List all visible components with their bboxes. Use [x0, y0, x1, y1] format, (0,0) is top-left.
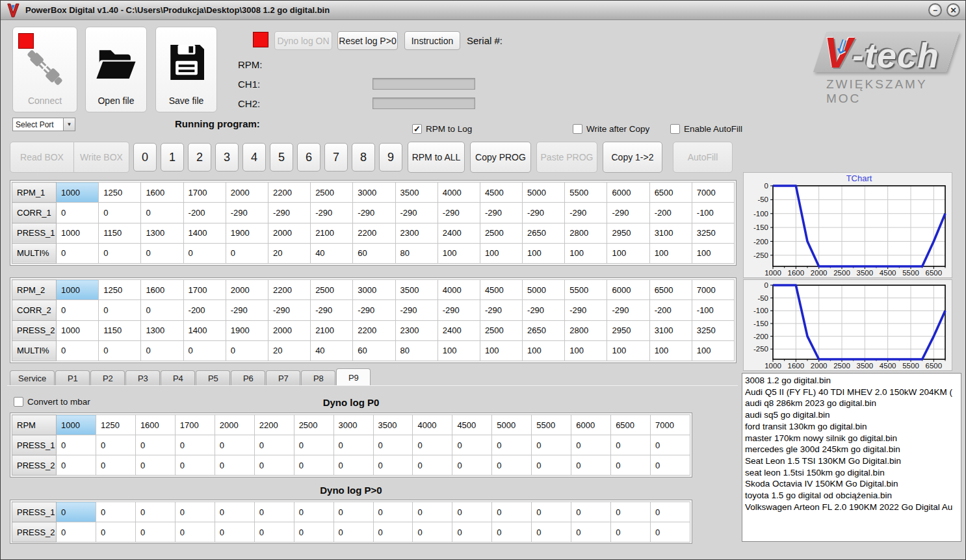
table-cell[interactable]: 0	[294, 502, 333, 522]
table-cell[interactable]: 4000	[437, 183, 480, 203]
table-cell[interactable]: 100	[649, 340, 692, 361]
table-cell[interactable]: 0	[175, 502, 215, 522]
table-cell[interactable]: 7000	[651, 415, 690, 435]
enable-autofill-checkbox[interactable]: Enable AutoFill	[670, 124, 742, 134]
table-cell[interactable]: 0	[571, 502, 611, 522]
table-cell[interactable]: 2500	[311, 280, 353, 300]
table-cell[interactable]: 2000	[226, 183, 268, 203]
table-cell[interactable]: -290	[437, 300, 480, 320]
table-cell[interactable]: 7000	[692, 280, 734, 300]
table-cell[interactable]: 4000	[437, 280, 480, 300]
table-cell[interactable]: 3000	[353, 280, 395, 300]
table-cell[interactable]: 0	[413, 435, 452, 455]
table-cell[interactable]: 2500	[311, 183, 353, 203]
table-cell[interactable]: -290	[437, 203, 480, 223]
table-cell[interactable]: 2800	[565, 320, 607, 340]
table-cell[interactable]: 0	[294, 522, 333, 542]
table-cell[interactable]: 1250	[96, 415, 135, 435]
table-cell[interactable]: 2500	[480, 223, 522, 243]
table-cell[interactable]: -290	[311, 203, 353, 223]
table-cell[interactable]: 1250	[99, 183, 141, 203]
table-cell[interactable]: 0	[254, 435, 294, 455]
table-cell[interactable]: 3500	[395, 183, 437, 203]
table-cell[interactable]: 0	[135, 522, 175, 542]
table-cell[interactable]: 1900	[226, 320, 268, 340]
table-cell[interactable]: 6000	[571, 415, 611, 435]
digit-button-9[interactable]: 9	[379, 143, 402, 172]
table-cell[interactable]: 100	[480, 243, 522, 263]
table-cell[interactable]: 100	[649, 243, 692, 263]
table-cell[interactable]: -100	[692, 203, 734, 223]
table-cell[interactable]: 5000	[523, 280, 565, 300]
table-cell[interactable]: 0	[254, 455, 294, 476]
table-cell[interactable]: 80	[395, 243, 437, 263]
table-cell[interactable]: -100	[692, 300, 734, 320]
table-cell[interactable]: 1700	[183, 280, 226, 300]
connect-button[interactable]: Connect	[12, 27, 77, 112]
table-cell[interactable]: 1300	[141, 223, 183, 243]
table-cell[interactable]: 1000	[57, 280, 99, 300]
rpm-to-all-button[interactable]: RPM to ALL	[408, 142, 465, 173]
table-cell[interactable]: 60	[353, 243, 395, 263]
table-cell[interactable]: 2200	[254, 415, 294, 435]
tab-p6[interactable]: P6	[231, 370, 265, 386]
table-cell[interactable]: 1900	[226, 223, 268, 243]
table-cell[interactable]: 100	[565, 340, 607, 361]
table-cell[interactable]: 2000	[268, 320, 310, 340]
rpm-to-log-checkbox[interactable]: ✓ RPM to Log	[412, 124, 472, 134]
table-cell[interactable]: 0	[651, 455, 690, 476]
autofill-button[interactable]: AutoFill	[673, 142, 733, 173]
table-cell[interactable]: 0	[183, 243, 226, 263]
table-cell[interactable]: 4500	[480, 183, 522, 203]
select-port-dropdown[interactable]: Select Port ▼	[12, 118, 75, 131]
table-cell[interactable]: 0	[175, 522, 215, 542]
table-cell[interactable]: 0	[373, 435, 413, 455]
table-cell[interactable]: 1000	[57, 320, 99, 340]
table-cell[interactable]: 100	[565, 243, 607, 263]
table-cell[interactable]: 0	[215, 435, 254, 455]
digit-button-7[interactable]: 7	[324, 143, 348, 172]
table-cell[interactable]: 0	[226, 340, 268, 361]
table-cell[interactable]: 40	[311, 243, 353, 263]
table-cell[interactable]: 100	[523, 243, 565, 263]
table-cell[interactable]: 0	[373, 502, 413, 522]
close-button[interactable]: ✕	[946, 3, 960, 17]
table-cell[interactable]: 0	[532, 455, 571, 476]
table-cell[interactable]: 0	[57, 522, 96, 542]
table-cell[interactable]: 1400	[183, 320, 226, 340]
table-cell[interactable]: 1150	[99, 223, 141, 243]
table-cell[interactable]: 5500	[565, 183, 607, 203]
file-list-item[interactable]: master 170km nowy silnik go digital.bin	[742, 433, 961, 444]
open-file-button[interactable]: Open file	[85, 27, 147, 112]
digit-button-4[interactable]: 4	[242, 143, 266, 172]
table-cell[interactable]: 2100	[311, 320, 353, 340]
digit-button-3[interactable]: 3	[215, 143, 239, 172]
table-cell[interactable]: 6500	[611, 415, 651, 435]
tab-p7[interactable]: P7	[266, 370, 300, 386]
table-cell[interactable]: 100	[692, 340, 734, 361]
tab-p5[interactable]: P5	[196, 370, 230, 386]
table-cell[interactable]: 1000	[57, 183, 99, 203]
table-cell[interactable]: -290	[311, 300, 353, 320]
table-cell[interactable]: 5000	[523, 183, 565, 203]
checkbox-box[interactable]: ✓	[412, 124, 422, 134]
table-cell[interactable]: -290	[226, 300, 268, 320]
table-cell[interactable]: 100	[607, 243, 649, 263]
copy-prog-button[interactable]: Copy PROG	[470, 142, 531, 173]
table-cell[interactable]: 0	[373, 455, 413, 476]
table-cell[interactable]: 0	[413, 502, 452, 522]
write-box-button[interactable]: Write BOX	[74, 142, 129, 173]
table-cell[interactable]: 0	[141, 203, 183, 223]
table-cell[interactable]: -290	[523, 300, 565, 320]
table-cell[interactable]: 0	[492, 435, 532, 455]
table-cell[interactable]: 0	[175, 435, 215, 455]
tab-p9[interactable]: P9	[336, 368, 371, 386]
table-cell[interactable]: 0	[254, 522, 294, 542]
file-list-item[interactable]: audi sq5 go digital.bin	[742, 409, 961, 421]
table-cell[interactable]: 0	[571, 455, 611, 476]
table-cell[interactable]: 100	[437, 243, 480, 263]
read-box-button[interactable]: Read BOX	[10, 142, 74, 173]
table-cell[interactable]: 0	[532, 502, 571, 522]
table-cell[interactable]: 0	[57, 502, 96, 522]
table-cell[interactable]: 0	[96, 522, 135, 542]
